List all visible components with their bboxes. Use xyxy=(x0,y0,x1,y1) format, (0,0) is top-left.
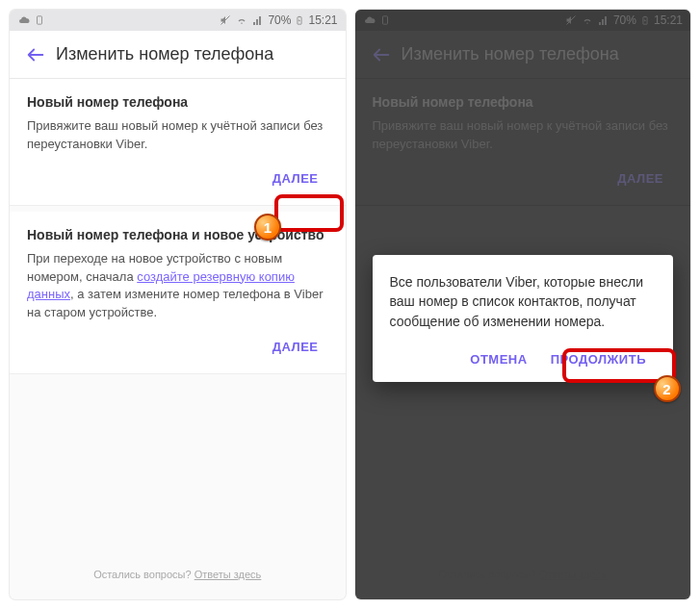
signal-icon xyxy=(252,14,264,26)
wifi-icon xyxy=(235,14,248,26)
card-title: Новый номер телефона и новое устройство xyxy=(27,227,328,242)
card-title: Новый номер телефона xyxy=(27,94,328,110)
card-new-number: Новый номер телефона Привяжите ваш новый… xyxy=(10,79,346,206)
svg-rect-3 xyxy=(299,16,301,17)
card-body: При переходе на новое устройство с новым… xyxy=(27,250,328,322)
clock-text: 15:21 xyxy=(308,13,337,27)
next-button-2[interactable]: ДАЛЕЕ xyxy=(263,332,328,362)
continue-button[interactable]: ПРОДОЛЖИТЬ xyxy=(541,344,656,374)
mute-icon xyxy=(220,14,231,26)
screen-right: 70% 15:21 Изменить номер телефона Новый … xyxy=(355,10,691,599)
battery-icon xyxy=(295,13,304,27)
device-icon xyxy=(35,14,44,26)
statusbar: 70% 15:21 xyxy=(10,10,346,31)
footer-text: Остались вопросы? xyxy=(93,569,194,580)
card-body: Привяжите ваш новый номер к учётной запи… xyxy=(27,117,328,154)
svg-rect-0 xyxy=(38,16,42,24)
battery-text: 70% xyxy=(268,13,291,27)
appbar: Изменить номер телефона xyxy=(10,31,346,79)
appbar-title: Изменить номер телефона xyxy=(56,44,273,64)
back-arrow-icon xyxy=(25,44,46,65)
cloud-icon xyxy=(17,14,31,26)
footer: Остались вопросы? Ответы здесь xyxy=(10,569,346,580)
card-new-number-device: Новый номер телефона и новое устройство … xyxy=(10,212,346,374)
dialog-message: Все пользователи Viber, которые внесли в… xyxy=(390,272,657,331)
back-button[interactable] xyxy=(21,40,50,69)
next-button-1[interactable]: ДАЛЕЕ xyxy=(263,164,328,193)
screen-left: 70% 15:21 Изменить номер телефона Новый … xyxy=(10,10,346,599)
card-body-post: , а затем измените номер телефона в Vibe… xyxy=(27,287,324,319)
cancel-button[interactable]: ОТМЕНА xyxy=(460,344,536,374)
confirm-dialog: Все пользователи Viber, которые внесли в… xyxy=(373,255,674,382)
footer-link[interactable]: Ответы здесь xyxy=(194,569,262,580)
